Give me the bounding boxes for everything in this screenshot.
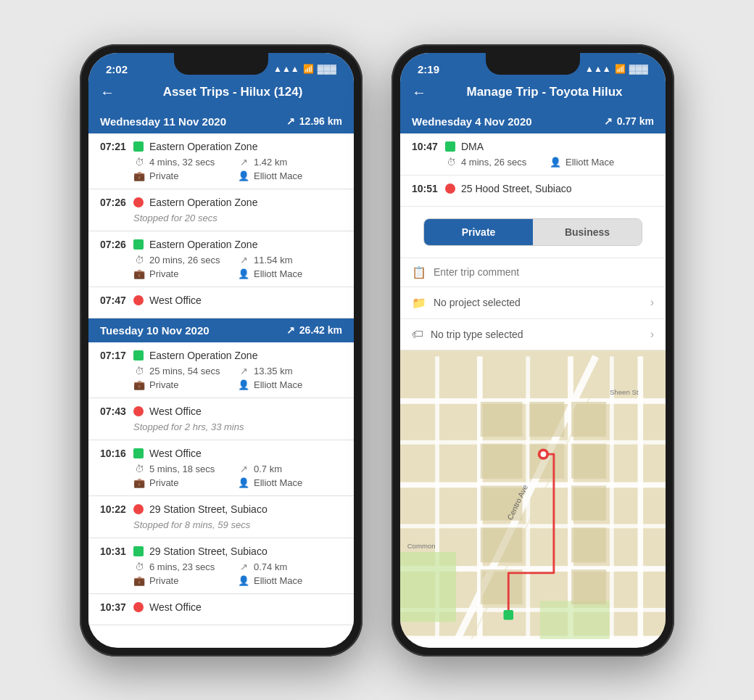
trip-type-label: No trip type selected <box>431 329 643 340</box>
trip-start-details: ⏱ 4 mins, 26 secs 👤 Elliott Mace <box>445 157 654 168</box>
stop-text-0743: Stopped for 2 hrs, 33 mins <box>133 421 342 432</box>
phone-notch-2 <box>486 53 580 75</box>
drv-icon-1031: 👤 <box>238 575 249 586</box>
trip-item-0743[interactable]: 07:43 West Office Stopped for 2 hrs, 33 … <box>88 398 354 440</box>
cat-1031: Private <box>149 575 178 586</box>
project-chevron: › <box>650 296 654 309</box>
dot-red-1022 <box>133 504 144 514</box>
manage-trip-content: Wednesday 4 Nov 2020 ↗ 0.77 km 10:47 DMA <box>400 110 666 639</box>
dot-green-0717 <box>133 350 144 361</box>
trip-details-0726g: ⏱ 20 mins, 26 secs ↗ 11.54 km 💼 Private <box>133 255 342 279</box>
trip-end-time: 10:51 <box>412 183 439 194</box>
dot-red-end <box>445 184 455 194</box>
cat-0721: Private <box>149 170 178 181</box>
trip-item-0726-green[interactable]: 07:26 Eastern Operation Zone ⏱ 20 mins, … <box>88 231 354 287</box>
dot-green-0726 <box>133 239 144 250</box>
svg-rect-26 <box>481 527 523 562</box>
trip-details-0721: ⏱ 4 mins, 32 secs ↗ 1.42 km 💼 Private <box>133 157 342 181</box>
map-area: Centro Ave Sheen St Common ⌂ Maps Legal <box>400 350 666 639</box>
dot-red-0743 <box>133 406 144 416</box>
svg-rect-25 <box>571 485 606 520</box>
drv-0726g: Elliott Mace <box>254 268 302 279</box>
dur-icon-1031: ⏱ <box>133 561 145 572</box>
dur-1016: 5 mins, 18 secs <box>149 464 215 474</box>
drv-icon-1016: 👤 <box>238 477 249 488</box>
nav-title-1: Asset Trips - Hilux (124) <box>123 85 342 99</box>
trend-icon-wed: ↗ <box>286 115 295 127</box>
stop-text-0726: Stopped for 20 secs <box>133 213 342 223</box>
trip-type-icon: 🏷 <box>412 328 423 341</box>
dot-green-start <box>445 141 455 152</box>
comment-row[interactable]: 📋 <box>400 258 666 287</box>
trip-end-row: 10:51 25 Hood Street, Subiaco <box>400 176 666 207</box>
trip-item-1016[interactable]: 10:16 West Office ⏱ 5 mins, 18 secs ↗ 0.… <box>88 440 354 496</box>
driver-icon-0721: 👤 <box>238 170 249 181</box>
back-button-2[interactable]: ← <box>412 84 426 101</box>
trip-item-0717[interactable]: 07:17 Eastern Operation Zone ⏱ 25 mins, … <box>88 342 354 398</box>
cat-icon-0721: 💼 <box>133 170 145 181</box>
dist-0717: 13.35 km <box>254 366 292 376</box>
location-0743: West Office <box>149 405 202 417</box>
trip-item-0747[interactable]: 07:47 West Office <box>88 287 354 318</box>
phone-1-screen: 2:02 ▲▲▲ 📶 ▓▓▓ ← Asset Trips - Hilux (12… <box>88 53 354 648</box>
svg-rect-21 <box>481 443 523 478</box>
dot-red-0726 <box>133 197 144 207</box>
trip-item-1037[interactable]: 10:37 West Office <box>88 594 354 625</box>
dot-green-1031 <box>133 546 144 556</box>
project-selector[interactable]: 📁 No project selected › <box>400 287 666 319</box>
trips-list: Wednesday 11 Nov 2020 ↗ 12.96 km 07:21 E… <box>88 110 354 639</box>
cat-0717: Private <box>149 379 178 390</box>
status-icons-2: ▲▲▲ 📶 ▓▓▓ <box>585 64 648 74</box>
dur-0726g: 20 mins, 26 secs <box>149 255 220 265</box>
trip-time-1016: 10:16 <box>100 448 128 459</box>
drv-1016: Elliott Mace <box>254 477 302 488</box>
comment-icon: 📋 <box>412 265 426 279</box>
dur-icon-start: ⏱ <box>445 157 457 168</box>
manage-date-header: Wednesday 4 Nov 2020 ↗ 0.77 km <box>400 110 666 133</box>
km-manage: 0.77 km <box>617 115 654 127</box>
km-wed: ↗ 12.96 km <box>286 115 342 127</box>
battery-icon-2: ▓▓▓ <box>629 64 648 74</box>
private-btn[interactable]: Private <box>424 219 533 245</box>
location-1031: 29 Station Street, Subiaco <box>149 545 268 557</box>
drv-icon-0717: 👤 <box>238 379 249 390</box>
trip-type-selector[interactable]: 🏷 No trip type selected › <box>400 319 666 350</box>
trip-item-0726-red[interactable]: 07:26 Eastern Operation Zone Stopped for… <box>88 189 354 231</box>
drv-1031: Elliott Mace <box>254 575 302 586</box>
dist-0721: 1.42 km <box>254 157 287 168</box>
map-svg: Centro Ave Sheen St Common ⌂ Maps Legal <box>400 350 666 639</box>
svg-rect-29 <box>571 569 606 604</box>
dur-start: 4 mins, 26 secs <box>461 157 526 168</box>
trip-item-1022[interactable]: 10:22 29 Station Street, Subiaco Stopped… <box>88 496 354 538</box>
dur-1031: 6 mins, 23 secs <box>149 561 215 572</box>
svg-rect-17 <box>540 601 610 639</box>
dist-1031: 0.74 km <box>254 561 287 572</box>
phone-2: 2:19 ▲▲▲ 📶 ▓▓▓ ← Manage Trip - Toyota Hi… <box>392 44 674 656</box>
signal-icon-2: ▲▲▲ <box>585 64 611 74</box>
trip-type-toggle[interactable]: Private Business <box>423 218 642 246</box>
trip-item-0721[interactable]: 07:21 Eastern Operation Zone ⏱ 4 mins, 3… <box>88 133 354 189</box>
trip-time-0721: 07:21 <box>100 141 128 152</box>
cat-icon-1016: 💼 <box>133 477 145 488</box>
km-value-tue: 26.42 km <box>299 324 342 336</box>
phones-container: 2:02 ▲▲▲ 📶 ▓▓▓ ← Asset Trips - Hilux (12… <box>65 30 689 671</box>
svg-rect-4 <box>400 524 666 528</box>
dist-icon-0717: ↗ <box>238 366 249 376</box>
comment-input[interactable] <box>434 266 654 278</box>
manage-km: ↗ 0.77 km <box>604 115 654 127</box>
cat-0726g: Private <box>149 268 178 279</box>
trip-item-1031[interactable]: 10:31 29 Station Street, Subiaco ⏱ 6 min… <box>88 538 354 594</box>
trip-start-row: 10:47 DMA ⏱ 4 mins, 26 secs 👤 Elliott Ma… <box>400 133 666 176</box>
svg-rect-18 <box>481 401 523 436</box>
business-btn[interactable]: Business <box>533 219 642 245</box>
nav-header-1: ← Asset Trips - Hilux (124) <box>88 78 354 110</box>
back-button-1[interactable]: ← <box>100 84 115 101</box>
trend-icon-manage: ↗ <box>604 115 613 127</box>
duration-0721: 4 mins, 32 secs <box>149 157 215 168</box>
driver-0721: Elliott Mace <box>254 170 302 181</box>
date-label-wed: Wednesday 11 Nov 2020 <box>100 115 226 128</box>
dot-green-0721 <box>133 141 144 152</box>
svg-rect-13 <box>637 356 643 639</box>
dist-icon-1031: ↗ <box>238 561 249 572</box>
trip-time-1031: 10:31 <box>100 545 128 557</box>
